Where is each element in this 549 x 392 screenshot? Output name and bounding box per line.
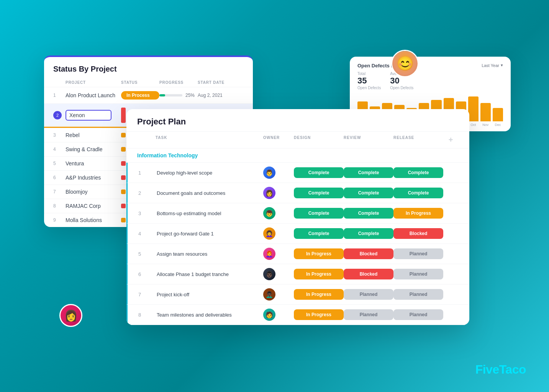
review-status[interactable]: Complete (344, 167, 393, 178)
release-status[interactable]: Planned (393, 289, 443, 300)
status-card-title: Status By Project (44, 57, 253, 78)
row-number: 7 (53, 189, 66, 194)
status-badge: In Process (121, 91, 159, 100)
defects-header: Open Defects by Day Last Year ▾ (357, 63, 503, 69)
total-sublabel: Open Defects (357, 86, 381, 90)
col-release: RELEASE (393, 136, 443, 144)
avg-sublabel: Open Defects (390, 86, 413, 90)
owner-avatar: 👦 (263, 207, 275, 219)
avatar-emoji: 👩 (64, 309, 78, 322)
status-dot (121, 204, 126, 208)
chart-month-label: Oct (468, 123, 479, 127)
task-name: Team milestones and deliverables (157, 312, 263, 318)
task-number: 2 (138, 190, 157, 196)
release-status[interactable]: Planned (393, 269, 443, 279)
table-row[interactable]: 8 Team milestones and deliverables 🧑 In … (126, 305, 469, 325)
chart-month-label: Nov (480, 123, 491, 127)
row-number: 5 (53, 161, 66, 166)
review-status[interactable]: Complete (344, 188, 393, 198)
design-status[interactable]: In Progress (294, 289, 344, 300)
task-rows-container: 1 Develop high-level scope 👨 Complete Co… (126, 163, 469, 325)
row-number: 9 (53, 217, 66, 223)
design-status[interactable]: Complete (294, 228, 344, 239)
task-number: 6 (138, 271, 157, 277)
task-name: Develop high-level scope (157, 170, 263, 176)
table-row[interactable]: 6 Allocate Phase 1 budget tranche 👨🏿 In … (126, 264, 469, 284)
chevron-down-icon: ▾ (501, 63, 503, 68)
row-number: 3 (53, 132, 66, 138)
task-number: 3 (138, 211, 157, 216)
brand-part2: Taco (499, 363, 526, 376)
col-project: PROJECT (66, 80, 121, 85)
owner-avatar: 👨🏿 (263, 268, 275, 280)
total-stat: Total 35 Open Defects (357, 72, 381, 90)
design-status[interactable]: In Progress (294, 269, 344, 279)
release-status[interactable]: Complete (393, 188, 443, 198)
chart-month-label: Dec (493, 123, 503, 127)
progress-bar-background (159, 94, 182, 96)
design-status[interactable]: Complete (294, 188, 344, 198)
task-name: Bottoms-up estimating model (157, 211, 263, 216)
task-name: Assign team resources (157, 251, 263, 257)
project-name-input[interactable] (66, 110, 111, 121)
project-name: A&P Industries (66, 175, 121, 181)
project-name: Alon Product Launch (66, 92, 121, 98)
add-column-button[interactable]: + (443, 136, 459, 144)
row-number: 1 (53, 93, 66, 98)
row-number: 4 (53, 147, 66, 152)
owner-avatar: 👨 (263, 167, 275, 179)
release-status[interactable]: In Progress (393, 208, 443, 219)
status-dot (121, 133, 126, 137)
brand-logo: FiveTaco (475, 363, 526, 377)
review-status[interactable]: Blocked (344, 269, 393, 279)
project-name: Molla Solutions (66, 217, 121, 223)
status-dot (121, 189, 126, 194)
table-row[interactable]: 1 Develop high-level scope 👨 Complete Co… (126, 163, 469, 183)
review-status[interactable]: Planned (344, 309, 393, 320)
status-indicator (121, 108, 126, 123)
status-table-header: PROJECT STATUS PROGRESS START DATE (44, 78, 253, 87)
progress-bar-fill (159, 94, 165, 96)
task-name: Project go-forward Gate 1 (157, 231, 263, 237)
col-startdate: START DATE (198, 80, 244, 85)
table-row[interactable]: 1 Alon Product Launch In Process 25% Aug… (44, 87, 253, 103)
total-label: Total (357, 72, 381, 76)
release-status[interactable]: Planned (393, 309, 443, 320)
task-number: 5 (138, 251, 157, 257)
table-row[interactable]: 7 Project kick-off 👨🏿‍🦱 In Progress Plan… (126, 284, 469, 305)
status-dot (121, 147, 126, 152)
design-status[interactable]: Complete (294, 167, 344, 178)
user-avatar-bottom: 👩 (59, 304, 82, 327)
col-task: TASK (156, 136, 263, 144)
design-status[interactable]: In Progress (294, 309, 344, 320)
project-plan-title: Project Plan (126, 109, 469, 132)
task-number: 7 (138, 292, 157, 297)
status-dot (121, 161, 126, 166)
task-number: 1 (138, 170, 157, 176)
col-design: DESIGN (294, 136, 344, 144)
review-status[interactable]: Complete (344, 208, 393, 219)
review-status[interactable]: Blocked (344, 248, 393, 259)
task-name: Document goals and outcomes (157, 190, 263, 196)
col-review: REVIEW (344, 136, 393, 144)
start-date: Aug 2, 2021 (198, 93, 244, 98)
avatar-face: 😊 (392, 51, 418, 76)
table-row[interactable]: 3 Bottoms-up estimating model 👦 Complete… (126, 203, 469, 224)
table-row[interactable]: 5 Assign team resources 👩‍🦰 In Progress … (126, 244, 469, 264)
table-row[interactable]: 4 Project go-forward Gate 1 👩‍🦱 Complete… (126, 224, 469, 244)
release-status[interactable]: Complete (393, 167, 443, 178)
defects-filter-button[interactable]: Last Year ▾ (482, 63, 503, 68)
project-name: Rebel (66, 132, 121, 138)
design-status[interactable]: In Progress (294, 248, 344, 259)
review-status[interactable]: Planned (344, 289, 393, 300)
status-dot (121, 175, 126, 180)
release-status[interactable]: Blocked (393, 228, 443, 239)
row-number: 2 (53, 111, 62, 119)
review-status[interactable]: Complete (344, 228, 393, 239)
project-name: RAMJAC Corp (66, 203, 121, 209)
avg-value: 30 (390, 76, 413, 86)
table-row[interactable]: 2 Document goals and outcomes 👩 Complete… (126, 183, 469, 203)
owner-avatar: 👨🏿‍🦱 (263, 288, 275, 301)
release-status[interactable]: Planned (393, 248, 443, 259)
design-status[interactable]: Complete (294, 208, 344, 219)
